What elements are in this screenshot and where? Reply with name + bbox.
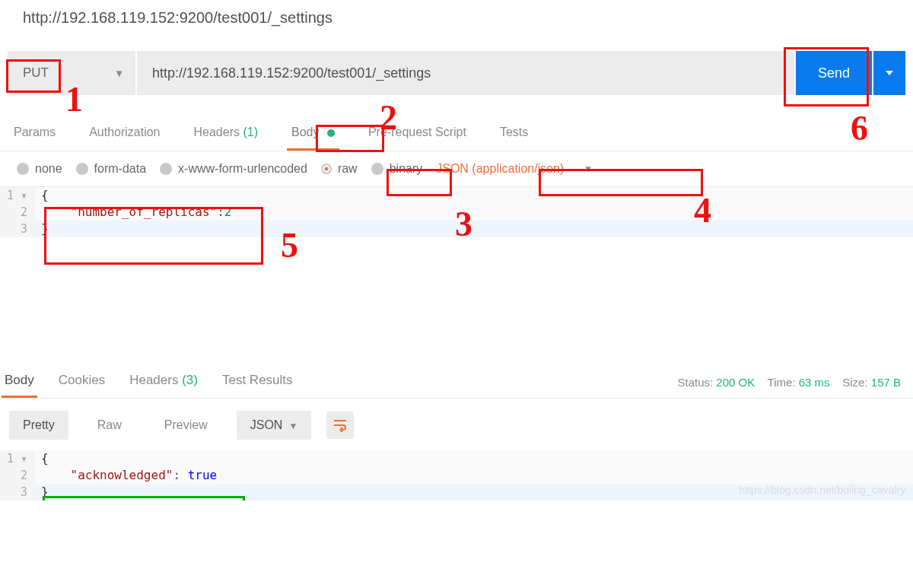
radio-icon (76, 163, 88, 175)
request-row: PUT ▼ http://192.168.119.152:9200/test00… (0, 51, 913, 95)
url-value: http://192.168.119.152:9200/test001/_set… (152, 65, 431, 81)
method-value: PUT (23, 65, 49, 81)
body-type-none[interactable]: none (17, 162, 62, 176)
radio-checked-icon (321, 164, 332, 174)
radio-icon (371, 163, 383, 175)
tab-params[interactable]: Params (9, 118, 60, 151)
send-dropdown-button[interactable] (873, 51, 905, 95)
request-tabs: Params Authorization Headers (1) Body Pr… (0, 118, 913, 151)
method-select[interactable]: PUT ▼ (8, 51, 135, 95)
tab-authorization[interactable]: Authorization (84, 118, 164, 151)
content-type-select[interactable]: JSON (application/json) (436, 162, 564, 176)
response-view-row: Pretty Raw Preview JSON▼ (0, 403, 913, 447)
tab-tests[interactable]: Tests (495, 118, 533, 151)
response-header: Body Cookies Headers (3) Test Results St… (0, 359, 913, 399)
request-title: http://192.168.119.152:9200/test001/_set… (0, 0, 913, 36)
response-format-select[interactable]: JSON▼ (237, 411, 312, 440)
response-tab-cookies[interactable]: Cookies (56, 367, 108, 398)
view-preview-button[interactable]: Preview (151, 411, 221, 440)
response-tab-test-results[interactable]: Test Results (219, 367, 296, 398)
response-tab-headers[interactable]: Headers (3) (126, 367, 201, 398)
radio-icon (17, 163, 29, 175)
body-type-form-data[interactable]: form-data (76, 162, 146, 176)
tab-body[interactable]: Body (287, 118, 339, 151)
response-tab-body[interactable]: Body (2, 367, 37, 398)
url-input[interactable]: http://192.168.119.152:9200/test001/_set… (137, 51, 794, 95)
chevron-down-icon: ▼ (114, 68, 124, 79)
body-type-xwww[interactable]: x-www-form-urlencoded (160, 162, 307, 176)
body-type-binary[interactable]: binary (371, 162, 423, 176)
view-pretty-button[interactable]: Pretty (9, 411, 68, 440)
radio-icon (160, 163, 172, 175)
body-type-row: none form-data x-www-form-urlencoded raw… (0, 151, 913, 187)
chevron-down-icon (886, 71, 893, 75)
watermark: https://blog.csdn.net/boling_cavalry (739, 484, 905, 496)
wrap-lines-button[interactable] (326, 412, 354, 439)
send-button[interactable]: Send (796, 51, 872, 95)
chevron-down-icon: ▼ (288, 421, 297, 431)
response-meta: Status: 200 OK Time: 63 ms Size: 157 B (677, 376, 911, 389)
body-type-raw[interactable]: raw (321, 162, 358, 176)
tab-headers[interactable]: Headers (1) (189, 118, 263, 151)
active-dot-icon (327, 129, 335, 137)
tab-prerequest[interactable]: Pre-request Script (364, 118, 471, 151)
chevron-down-icon: ▼ (584, 164, 593, 174)
request-body-editor[interactable]: 1 ▾{ 2 "number_of_replicas":2 3} (0, 187, 913, 237)
view-raw-button[interactable]: Raw (84, 411, 135, 440)
